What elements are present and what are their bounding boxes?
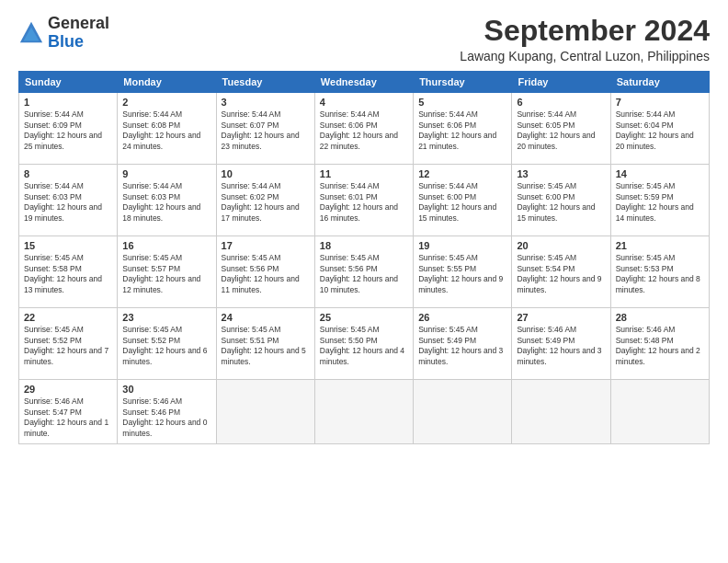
- day-info: Sunrise: 5:44 AM Sunset: 6:00 PM Dayligh…: [418, 181, 506, 224]
- day-info: Sunrise: 5:46 AM Sunset: 5:48 PM Dayligh…: [616, 325, 704, 367]
- day-number: 7: [616, 97, 704, 108]
- col-tuesday: Tuesday: [216, 72, 314, 93]
- day-number: 21: [616, 240, 704, 251]
- day-number: 23: [122, 312, 210, 323]
- day-number: 2: [122, 97, 210, 108]
- col-monday: Monday: [118, 72, 216, 93]
- table-cell: 11 Sunrise: 5:44 AM Sunset: 6:01 PM Dayl…: [314, 165, 413, 236]
- day-info: Sunrise: 5:46 AM Sunset: 5:46 PM Dayligh…: [122, 396, 210, 439]
- day-number: 4: [320, 97, 408, 108]
- logo: General Blue: [18, 15, 109, 52]
- day-number: 17: [222, 240, 310, 251]
- col-saturday: Saturday: [610, 72, 709, 93]
- page: General Blue September 2024 Lawang Kupan…: [0, 0, 728, 563]
- day-info: Sunrise: 5:45 AM Sunset: 5:52 PM Dayligh…: [122, 325, 210, 367]
- calendar-table: Sunday Monday Tuesday Wednesday Thursday…: [18, 71, 710, 444]
- day-number: 1: [24, 97, 112, 108]
- table-cell: [314, 380, 413, 444]
- day-number: 9: [122, 168, 210, 179]
- header-row: Sunday Monday Tuesday Wednesday Thursday…: [19, 72, 710, 93]
- day-info: Sunrise: 5:44 AM Sunset: 6:03 PM Dayligh…: [122, 181, 210, 224]
- logo-text: General Blue: [48, 15, 109, 52]
- day-info: Sunrise: 5:45 AM Sunset: 5:53 PM Dayligh…: [616, 253, 704, 295]
- table-cell: 16 Sunrise: 5:45 AM Sunset: 5:57 PM Dayl…: [118, 236, 216, 308]
- day-number: 22: [24, 312, 112, 323]
- day-info: Sunrise: 5:44 AM Sunset: 6:03 PM Dayligh…: [24, 181, 112, 224]
- table-cell: 4 Sunrise: 5:44 AM Sunset: 6:06 PM Dayli…: [314, 93, 413, 165]
- day-number: 5: [418, 97, 506, 108]
- day-number: 24: [222, 312, 310, 323]
- location-title: Lawang Kupang, Central Luzon, Philippine…: [460, 49, 710, 63]
- month-title: September 2024: [460, 15, 710, 47]
- day-info: Sunrise: 5:45 AM Sunset: 5:56 PM Dayligh…: [320, 253, 408, 295]
- day-info: Sunrise: 5:45 AM Sunset: 5:57 PM Dayligh…: [122, 253, 210, 295]
- table-cell: 23 Sunrise: 5:45 AM Sunset: 5:52 PM Dayl…: [118, 308, 216, 380]
- header: General Blue September 2024 Lawang Kupan…: [18, 15, 710, 63]
- day-info: Sunrise: 5:45 AM Sunset: 5:59 PM Dayligh…: [616, 181, 704, 224]
- day-number: 10: [222, 168, 310, 179]
- day-info: Sunrise: 5:45 AM Sunset: 5:49 PM Dayligh…: [418, 325, 506, 367]
- day-number: 14: [616, 168, 704, 179]
- table-cell: 1 Sunrise: 5:44 AM Sunset: 6:09 PM Dayli…: [19, 93, 118, 165]
- table-cell: 17 Sunrise: 5:45 AM Sunset: 5:56 PM Dayl…: [216, 236, 314, 308]
- table-cell: 13 Sunrise: 5:45 AM Sunset: 6:00 PM Dayl…: [512, 165, 610, 236]
- title-block: September 2024 Lawang Kupang, Central Lu…: [460, 15, 710, 63]
- table-cell: [512, 380, 610, 444]
- table-cell: 20 Sunrise: 5:45 AM Sunset: 5:54 PM Dayl…: [512, 236, 610, 308]
- day-number: 28: [616, 312, 704, 323]
- table-cell: 27 Sunrise: 5:46 AM Sunset: 5:49 PM Dayl…: [512, 308, 610, 380]
- day-info: Sunrise: 5:44 AM Sunset: 6:07 PM Dayligh…: [222, 109, 310, 152]
- table-cell: 21 Sunrise: 5:45 AM Sunset: 5:53 PM Dayl…: [610, 236, 709, 308]
- table-cell: 22 Sunrise: 5:45 AM Sunset: 5:52 PM Dayl…: [19, 308, 118, 380]
- col-thursday: Thursday: [414, 72, 512, 93]
- table-cell: 14 Sunrise: 5:45 AM Sunset: 5:59 PM Dayl…: [610, 165, 709, 236]
- table-cell: 7 Sunrise: 5:44 AM Sunset: 6:04 PM Dayli…: [610, 93, 709, 165]
- day-info: Sunrise: 5:44 AM Sunset: 6:06 PM Dayligh…: [418, 109, 506, 152]
- day-number: 25: [320, 312, 408, 323]
- day-number: 30: [122, 384, 210, 395]
- table-cell: 10 Sunrise: 5:44 AM Sunset: 6:02 PM Dayl…: [216, 165, 314, 236]
- day-info: Sunrise: 5:45 AM Sunset: 5:54 PM Dayligh…: [517, 253, 605, 295]
- day-number: 20: [517, 240, 605, 251]
- table-cell: 26 Sunrise: 5:45 AM Sunset: 5:49 PM Dayl…: [414, 308, 512, 380]
- day-info: Sunrise: 5:45 AM Sunset: 5:51 PM Dayligh…: [222, 325, 310, 367]
- table-cell: [216, 380, 314, 444]
- day-number: 19: [418, 240, 506, 251]
- table-cell: 30 Sunrise: 5:46 AM Sunset: 5:46 PM Dayl…: [118, 380, 216, 444]
- table-cell: 8 Sunrise: 5:44 AM Sunset: 6:03 PM Dayli…: [19, 165, 118, 236]
- day-number: 26: [418, 312, 506, 323]
- table-cell: 19 Sunrise: 5:45 AM Sunset: 5:55 PM Dayl…: [414, 236, 512, 308]
- table-cell: 15 Sunrise: 5:45 AM Sunset: 5:58 PM Dayl…: [19, 236, 118, 308]
- col-friday: Friday: [512, 72, 610, 93]
- day-number: 15: [24, 240, 112, 251]
- day-info: Sunrise: 5:44 AM Sunset: 6:06 PM Dayligh…: [320, 109, 408, 152]
- table-cell: 9 Sunrise: 5:44 AM Sunset: 6:03 PM Dayli…: [118, 165, 216, 236]
- table-cell: [414, 380, 512, 444]
- table-cell: 29 Sunrise: 5:46 AM Sunset: 5:47 PM Dayl…: [19, 380, 118, 444]
- day-info: Sunrise: 5:44 AM Sunset: 6:02 PM Dayligh…: [222, 181, 310, 224]
- table-cell: 6 Sunrise: 5:44 AM Sunset: 6:05 PM Dayli…: [512, 93, 610, 165]
- table-cell: 28 Sunrise: 5:46 AM Sunset: 5:48 PM Dayl…: [610, 308, 709, 380]
- day-number: 18: [320, 240, 408, 251]
- day-info: Sunrise: 5:45 AM Sunset: 5:52 PM Dayligh…: [24, 325, 112, 367]
- table-cell: 24 Sunrise: 5:45 AM Sunset: 5:51 PM Dayl…: [216, 308, 314, 380]
- logo-icon: [18, 20, 44, 46]
- day-number: 16: [122, 240, 210, 251]
- day-info: Sunrise: 5:44 AM Sunset: 6:01 PM Dayligh…: [320, 181, 408, 224]
- day-info: Sunrise: 5:46 AM Sunset: 5:49 PM Dayligh…: [517, 325, 605, 367]
- day-info: Sunrise: 5:44 AM Sunset: 6:04 PM Dayligh…: [616, 109, 704, 152]
- day-info: Sunrise: 5:46 AM Sunset: 5:47 PM Dayligh…: [24, 396, 112, 439]
- col-sunday: Sunday: [19, 72, 118, 93]
- day-info: Sunrise: 5:45 AM Sunset: 5:55 PM Dayligh…: [418, 253, 506, 295]
- table-cell: 5 Sunrise: 5:44 AM Sunset: 6:06 PM Dayli…: [414, 93, 512, 165]
- table-cell: 2 Sunrise: 5:44 AM Sunset: 6:08 PM Dayli…: [118, 93, 216, 165]
- day-info: Sunrise: 5:44 AM Sunset: 6:09 PM Dayligh…: [24, 109, 112, 152]
- day-info: Sunrise: 5:45 AM Sunset: 5:56 PM Dayligh…: [222, 253, 310, 295]
- day-info: Sunrise: 5:45 AM Sunset: 6:00 PM Dayligh…: [517, 181, 605, 224]
- table-cell: [610, 380, 709, 444]
- day-number: 27: [517, 312, 605, 323]
- day-info: Sunrise: 5:44 AM Sunset: 6:05 PM Dayligh…: [517, 109, 605, 152]
- day-number: 3: [222, 97, 310, 108]
- table-cell: 25 Sunrise: 5:45 AM Sunset: 5:50 PM Dayl…: [314, 308, 413, 380]
- day-info: Sunrise: 5:45 AM Sunset: 5:58 PM Dayligh…: [24, 253, 112, 295]
